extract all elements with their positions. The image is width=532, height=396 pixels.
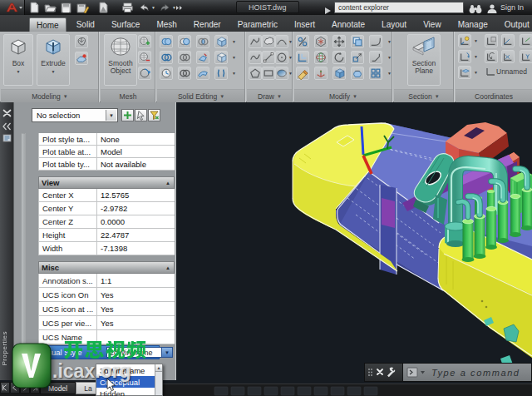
flyout-arrow-icon[interactable]: ▼ [473,38,479,43]
palette-scrollbar[interactable] [21,133,26,374]
modify-move-icon[interactable] [332,35,346,48]
modify-3drotate-icon[interactable] [314,51,328,64]
property-row[interactable]: UCS icon at ...Yes [38,302,175,316]
command-input[interactable]: Type a command [403,364,531,381]
solid-intersect-icon[interactable] [196,35,209,48]
tab-insert[interactable]: Insert [288,17,322,32]
ucs-rotate-icon[interactable] [458,50,471,63]
application-menu-button[interactable] [0,0,25,15]
draw-rectangle-icon[interactable] [262,67,275,80]
solid-union2-icon[interactable] [160,51,173,64]
ucs-previous-icon[interactable] [485,50,498,63]
save-icon[interactable] [60,2,72,13]
draw-polygon-icon[interactable] [249,67,262,80]
draw-line-icon[interactable] [262,51,275,64]
flyout-arrow-icon[interactable]: ▼ [473,70,479,75]
flyout-arrow-icon[interactable]: ▼ [231,55,237,60]
tab-mesh[interactable]: Mesh [150,17,183,32]
draw-circle-icon[interactable] [275,51,288,64]
property-row[interactable]: Plot table ty...Not available [38,158,175,171]
modify-chamfer-icon[interactable] [369,51,382,64]
tab-render[interactable]: Render [187,17,228,32]
search-input[interactable]: content explorer [334,2,464,13]
property-row[interactable]: Center X12.5765 [38,189,175,202]
scroll-up-icon[interactable]: ▲ [155,364,162,372]
property-row[interactable]: Plot table at...Model [38,146,175,158]
extrude-button[interactable]: Extrude▼ [37,34,70,86]
panel-label[interactable]: Draw▼ [247,89,293,102]
ucs-world-icon[interactable] [485,34,498,47]
solid-sweep-icon[interactable] [196,67,209,80]
draw-revcloud-icon[interactable] [262,35,275,48]
modify-3dalign-icon[interactable] [314,67,328,80]
modify-copy-icon[interactable] [351,35,364,48]
modify-fillet-icon[interactable] [369,35,382,48]
panel-label[interactable]: Modeling▼ [1,89,99,102]
panel-label[interactable]: Coordinates [456,89,532,102]
modify-offset-icon[interactable] [296,51,309,64]
tab-home[interactable]: Home [29,17,66,32]
sign-in-button[interactable]: Sign In [500,3,524,12]
flyout-arrow-icon[interactable]: ▼ [387,55,392,60]
new-file-icon[interactable] [28,2,41,13]
panel-label[interactable]: Mesh [101,89,155,102]
modify-rotate-icon[interactable] [332,51,346,64]
open-icon[interactable] [44,2,57,13]
panel-label[interactable]: Modify▼ [294,89,392,102]
flyout-arrow-icon[interactable]: ▼ [231,71,237,76]
mesh-spin-icon[interactable] [138,67,151,80]
solid-taper-faces-icon[interactable] [196,51,209,64]
ucs-x-icon[interactable] [501,50,515,63]
category-header-view[interactable]: View▲ [38,176,175,189]
polysolid-icon[interactable] [75,52,88,65]
mesh-refine-icon[interactable] [138,35,151,48]
tab-manage[interactable]: Manage [451,17,495,32]
plot-preview-icon[interactable] [97,2,110,13]
qat-more-icon[interactable] [173,2,185,13]
solid-circles-icon[interactable] [178,51,191,64]
toggle-pickadd-button[interactable] [121,109,134,121]
ucs-z-icon[interactable] [501,34,515,47]
flyout-arrow-icon[interactable]: ▼ [231,39,237,44]
tab-solid[interactable]: Solid [70,17,101,32]
dropdown-scrollbar[interactable]: ▲ [155,364,162,395]
ucs-object-icon[interactable] [520,34,532,47]
property-row[interactable]: Center Y-2.9782 [38,202,175,215]
modify-trim-icon[interactable] [296,35,309,48]
solid-history-icon[interactable] [160,67,173,80]
draw-arc-icon[interactable] [275,35,288,48]
tab-parametric[interactable]: Parametric [231,17,284,32]
property-row[interactable]: UCS icon OnYes [38,288,175,302]
draw-spline-icon[interactable] [249,51,262,64]
solid-circles2-icon[interactable] [178,67,191,80]
printer-icon[interactable] [121,2,134,13]
selection-type-combo[interactable]: No selection ▼ [32,108,118,122]
draw-polyline-icon[interactable] [249,35,262,48]
modify-3dmove-icon[interactable] [314,35,328,48]
solid-extrude-faces-icon[interactable] [214,35,228,48]
flyout-arrow-icon[interactable]: ▼ [473,54,479,59]
modify-scale-icon[interactable] [351,51,364,64]
solid-fillet-icon[interactable] [214,67,228,80]
panel-label[interactable]: Section▼ [394,89,454,102]
property-row[interactable]: Center Z0.0000 [38,215,175,229]
category-header-misc[interactable]: Misc▲ [38,261,175,274]
dropdown-item-hidden[interactable]: Hidden [96,388,162,396]
property-row[interactable]: Width-7.1398 [38,242,175,255]
ucs-name-display[interactable]: Unnamed [485,66,527,77]
property-row[interactable]: Plot style ta...None [38,133,175,146]
tab-annotate[interactable]: Annotate [325,17,372,32]
solid-box3d-icon[interactable] [214,51,228,64]
flyout-arrow-icon[interactable]: ▼ [387,71,392,76]
property-row[interactable]: Annotation s...1:1 [38,274,175,288]
combo-dropdown-icon[interactable]: ▼ [106,110,116,121]
tab-output[interactable]: Output [498,17,532,32]
section-plane-button[interactable]: Section Plane [407,34,441,86]
mesh-add-icon[interactable] [138,51,151,64]
property-row[interactable]: UCS per vie...Yes [38,316,175,330]
first-layout-button[interactable] [0,382,10,394]
tab-layout[interactable]: Layout [375,17,413,32]
modify-array-icon[interactable] [369,67,382,80]
modify-imprint-icon[interactable] [351,67,364,80]
recent-commands-icon[interactable] [403,364,428,381]
